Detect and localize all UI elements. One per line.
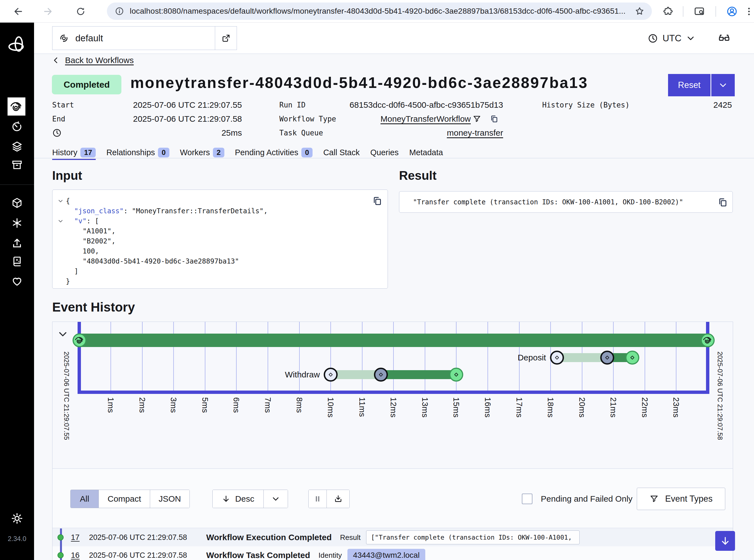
labs-toggle[interactable] [718, 23, 730, 54]
tick-label: 6ms [231, 397, 241, 413]
json-line: "json_class": "MoneyTransfer::TransferDe… [53, 206, 268, 216]
asterisk-icon [11, 217, 23, 229]
details-values-col3: 2425 [620, 98, 732, 112]
timezone-select[interactable]: UTC [648, 23, 695, 54]
event-types-button[interactable]: Event Types [637, 488, 725, 510]
activity-started-marker[interactable] [600, 351, 614, 365]
event-timestamp: 2025-07-06 UTC 21:29:07.58 [89, 551, 206, 560]
sort-menu-caret[interactable] [263, 490, 288, 508]
activity-started-marker[interactable] [374, 368, 388, 382]
detail-value-run-id: 68153dcc-d0f6-4500-afbc-c93651b75d13 [313, 98, 503, 112]
browser-menu-kebab-icon[interactable] [740, 0, 754, 23]
view-switcher: AllCompactJSON [70, 489, 190, 508]
json-token: : [ [86, 217, 99, 225]
json-token: { [66, 197, 70, 205]
event-id-link[interactable]: 17 [71, 533, 89, 542]
browser-forward-button[interactable] [39, 0, 57, 23]
activity-completed-marker[interactable] [449, 368, 463, 382]
back-link-label[interactable]: Back to Workflows [65, 56, 134, 65]
browser-reload-button[interactable] [72, 0, 89, 23]
event-id-link[interactable]: 16 [71, 551, 89, 560]
tick-label: 13ms [420, 397, 429, 418]
back-link[interactable]: Back to Workflows [52, 56, 134, 65]
pause-button[interactable] [309, 490, 326, 508]
pending-failed-filter: Pending and Failed Only [522, 489, 633, 508]
json-token: "v" [74, 217, 86, 225]
pending-failed-checkbox[interactable] [522, 494, 532, 504]
arrow-down-icon [720, 536, 731, 546]
url-text[interactable]: localhost:8080/namespaces/default/workfl… [130, 7, 626, 16]
spiral-icon [10, 100, 23, 113]
workflow-type-link[interactable]: MoneyTransferWorkflow [381, 112, 471, 126]
workflow-execution-bar[interactable] [80, 334, 708, 347]
sidebar-item-namespaces[interactable] [0, 196, 34, 209]
result-heading: Result [399, 168, 436, 183]
json-token: "48043d0d-5b41-4920-bd6c-3ae28897ba13" [83, 257, 239, 265]
event-history-card: DepositWithdraw 1ms2ms3ms5ms6ms7ms8ms10m… [52, 322, 733, 560]
bookmark-star-icon[interactable] [635, 6, 645, 16]
tick-label: 2ms [138, 397, 147, 413]
diamond-icon [553, 354, 561, 361]
gridline [362, 322, 363, 391]
sidebar-item-batch-operations[interactable] [0, 158, 34, 172]
activity-completed-marker[interactable] [625, 351, 639, 365]
detail-value-end: 2025-07-06 UTC 21:29:07.58 [90, 112, 242, 126]
event-row[interactable]: 172025-07-06 UTC 21:29:07.58Workflow Exe… [53, 528, 733, 546]
view-compact-button[interactable]: Compact [99, 490, 150, 508]
url-bar[interactable]: localhost:8080/namespaces/default/workfl… [107, 2, 652, 20]
gridline [142, 322, 143, 391]
sidebar-item-deployments[interactable] [0, 140, 34, 153]
sidebar-item-import[interactable] [0, 237, 34, 250]
copy-icon[interactable] [717, 197, 728, 209]
reset-menu-caret[interactable] [711, 74, 735, 96]
detail-value-duration: 25ms [90, 126, 242, 140]
detail-label-start: Start [52, 98, 74, 112]
pending-failed-label[interactable]: Pending and Failed Only [541, 494, 633, 504]
json-line: "A1001", [53, 226, 268, 236]
sidebar-item-docs[interactable] [0, 255, 34, 268]
tab-search-icon[interactable] [690, 0, 708, 23]
scroll-to-bottom-button[interactable] [715, 531, 735, 551]
timeline-collapse-chevron[interactable] [58, 330, 68, 340]
gridline [488, 322, 488, 391]
tab-label: Pending Activities [235, 148, 298, 157]
copy-icon[interactable] [490, 115, 499, 123]
browser-back-button[interactable] [9, 0, 27, 23]
toolbar-divider [683, 6, 684, 17]
workflow-started-marker[interactable] [73, 333, 86, 347]
json-line: { [53, 196, 268, 206]
view-json-button[interactable]: JSON [150, 490, 189, 508]
sidebar-item-schedules[interactable] [0, 120, 34, 133]
temporal-logo[interactable] [0, 37, 34, 53]
sidebar-item-feedback[interactable] [0, 275, 34, 288]
theme-toggle-sun-icon[interactable] [0, 512, 34, 525]
site-info-icon[interactable] [115, 6, 124, 16]
extensions-icon[interactable] [659, 0, 677, 23]
namespace-open-button[interactable] [215, 26, 237, 50]
sidebar-item-nexus[interactable] [0, 216, 34, 230]
book-icon [11, 256, 23, 267]
json-token: 100, [83, 247, 99, 255]
sidebar-item-workflows[interactable] [7, 97, 25, 116]
workflow-completed-marker[interactable] [701, 333, 715, 347]
json-line: "v": [ [53, 216, 268, 226]
tab-count-badge: 0 [158, 148, 169, 157]
namespace-current[interactable]: default [53, 26, 215, 50]
profile-icon[interactable] [723, 0, 741, 23]
view-all-button[interactable]: All [70, 490, 99, 508]
main-content: Back to Workflows Completed moneytransfe… [34, 54, 754, 560]
namespace-select[interactable]: default [52, 26, 237, 50]
copy-icon[interactable] [372, 196, 383, 207]
sort-desc-button[interactable]: Desc [212, 490, 263, 508]
download-button[interactable] [326, 490, 349, 508]
activity-scheduled-marker[interactable] [550, 351, 564, 365]
task-queue-link[interactable]: money-transfer [447, 126, 503, 140]
event-row[interactable]: 162025-07-06 UTC 21:29:07.58Workflow Tas… [53, 546, 733, 560]
filter-funnel-icon[interactable] [472, 115, 481, 123]
activity-scheduled-marker[interactable] [324, 368, 338, 382]
event-types-label: Event Types [665, 494, 712, 504]
json-collapse-chevron-icon[interactable] [58, 218, 64, 224]
reset-button[interactable]: Reset [668, 74, 711, 96]
json-collapse-chevron-icon[interactable] [58, 198, 64, 204]
sort-label: Desc [235, 494, 254, 504]
